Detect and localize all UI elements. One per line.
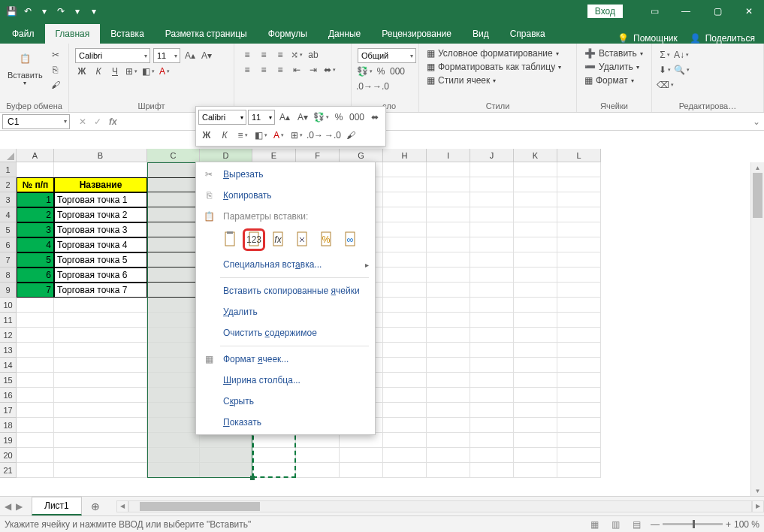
cell[interactable] [557, 388, 601, 403]
cell[interactable] [470, 313, 514, 328]
cell[interactable] [147, 162, 200, 177]
mini-decrease-font-icon[interactable]: A▾ [294, 109, 311, 125]
cell[interactable] [383, 252, 427, 268]
cell[interactable] [54, 313, 147, 328]
cell[interactable] [427, 298, 470, 313]
expand-formula-bar-icon[interactable]: ⌄ [749, 116, 764, 127]
paste-all-button[interactable] [220, 230, 240, 249]
cell[interactable] [470, 177, 514, 192]
percent-button[interactable]: % [374, 65, 388, 78]
delete-cells-button[interactable]: ➖Удалить▾ [583, 61, 645, 73]
hscroll-left-icon[interactable]: ◀ [116, 500, 128, 512]
cell[interactable]: Торговая точка 3 [54, 222, 147, 237]
cell[interactable] [54, 418, 147, 433]
cell[interactable] [147, 298, 200, 313]
redo-dropdown-icon[interactable]: ▾ [71, 5, 84, 18]
cell[interactable] [54, 433, 147, 448]
cell[interactable] [427, 418, 470, 433]
cm-hide[interactable]: Скрыть [196, 391, 375, 412]
share-button[interactable]: 👤Поделиться [690, 33, 755, 44]
copy-icon[interactable]: ⎘ [49, 63, 62, 77]
wrap-text-icon[interactable]: ab [307, 48, 320, 62]
cell[interactable] [427, 207, 470, 222]
fx-icon[interactable]: fx [109, 116, 117, 127]
row-header[interactable]: 11 [0, 313, 17, 328]
cell[interactable] [557, 448, 601, 463]
cell[interactable]: Торговая точка 6 [54, 268, 147, 283]
row-header[interactable]: 19 [0, 433, 17, 448]
cell[interactable] [557, 313, 601, 328]
row-header[interactable]: 7 [0, 252, 17, 268]
cell[interactable] [340, 463, 383, 478]
cell[interactable] [427, 222, 470, 237]
cell[interactable] [557, 237, 601, 252]
cell[interactable] [557, 373, 601, 388]
cell[interactable] [147, 343, 200, 358]
zoom-control[interactable]: — + 100 % [651, 519, 759, 530]
cell[interactable] [557, 283, 601, 298]
cell[interactable] [383, 222, 427, 237]
cell[interactable] [557, 418, 601, 433]
row-header[interactable]: 10 [0, 298, 17, 313]
cell[interactable] [427, 237, 470, 252]
save-icon[interactable]: 💾 [5, 5, 18, 18]
cell[interactable] [17, 343, 54, 358]
close-icon[interactable]: ✕ [734, 0, 764, 23]
enter-icon[interactable]: ✓ [94, 116, 101, 127]
cell[interactable] [470, 463, 514, 478]
cell[interactable] [427, 448, 470, 463]
cell[interactable] [514, 283, 557, 298]
cell[interactable] [514, 192, 557, 207]
cell[interactable] [383, 192, 427, 207]
cell[interactable] [427, 177, 470, 192]
cell[interactable] [427, 268, 470, 283]
cell[interactable] [514, 433, 557, 448]
redo-icon[interactable]: ↷ [54, 5, 68, 18]
number-format-combo[interactable]: Общий [358, 48, 416, 63]
cell[interactable] [514, 237, 557, 252]
cell[interactable]: 3 [17, 222, 54, 237]
cm-format-cells[interactable]: ▦Формат ячеек... [196, 349, 375, 370]
cell[interactable] [17, 388, 54, 403]
cell[interactable] [557, 222, 601, 237]
cell[interactable] [383, 283, 427, 298]
mini-inc-decimal-icon[interactable]: .0→ [307, 127, 323, 144]
cell[interactable] [514, 177, 557, 192]
mini-fill-color-icon[interactable]: ◧ [252, 127, 269, 144]
bold-button[interactable]: Ж [75, 65, 89, 78]
row-header[interactable]: 9 [0, 283, 17, 298]
cell[interactable] [296, 433, 340, 448]
select-all-button[interactable] [0, 149, 17, 162]
align-center-icon[interactable]: ≡ [257, 63, 270, 77]
format-painter-icon[interactable]: 🖌 [49, 78, 62, 92]
paste-link-button[interactable]: ∞ [340, 230, 360, 249]
cell[interactable] [514, 268, 557, 283]
cell[interactable] [147, 433, 200, 448]
tab-formulas[interactable]: Формулы [258, 24, 318, 44]
tab-help[interactable]: Справка [500, 24, 556, 44]
cell[interactable] [17, 463, 54, 478]
cell[interactable] [54, 358, 147, 373]
cell[interactable] [54, 343, 147, 358]
merge-button[interactable]: ⬌ [323, 63, 337, 77]
column-header[interactable]: G [340, 149, 383, 162]
zoom-level[interactable]: 100 % [734, 519, 759, 530]
column-header[interactable]: J [470, 149, 514, 162]
cell[interactable] [383, 373, 427, 388]
cell[interactable] [470, 358, 514, 373]
cell[interactable] [427, 358, 470, 373]
cell[interactable] [514, 298, 557, 313]
cell-styles-button[interactable]: ▦Стили ячеек▾ [425, 74, 570, 86]
cell[interactable] [383, 403, 427, 418]
align-left-icon[interactable]: ≡ [240, 63, 254, 77]
cell[interactable]: 4 [17, 237, 54, 252]
increase-font-icon[interactable]: A▴ [183, 49, 197, 62]
cell[interactable] [147, 313, 200, 328]
cell[interactable] [383, 343, 427, 358]
column-header[interactable]: D [200, 149, 252, 162]
cell[interactable] [557, 433, 601, 448]
cell[interactable] [514, 343, 557, 358]
row-header[interactable]: 15 [0, 373, 17, 388]
cell[interactable] [147, 463, 200, 478]
increase-decimal-icon[interactable]: .0→ [358, 80, 371, 93]
